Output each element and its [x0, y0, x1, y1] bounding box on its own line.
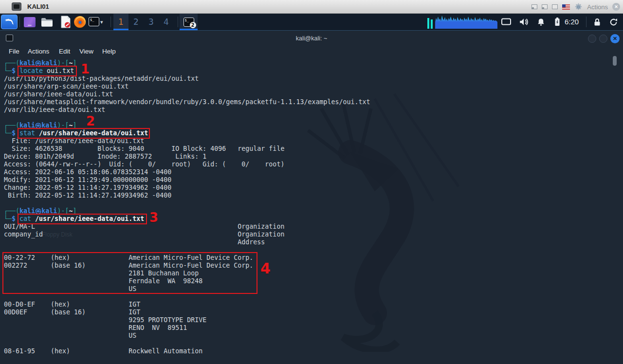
workspace-2[interactable]: 2 [128, 14, 144, 30]
terminal-line: Address [4, 238, 370, 246]
terminal-icon: $_ 2 [183, 18, 194, 27]
taskbar-separator [178, 17, 178, 27]
minimize-window-icon[interactable] [542, 4, 548, 9]
annotation-number-4: 4 [260, 260, 271, 277]
logout-refresh-icon[interactable] [609, 14, 618, 30]
terminal-line [4, 293, 370, 301]
terminal-line: 08-61-95 (hex) Rockwell Automation [4, 347, 370, 355]
restore-window-icon[interactable] [531, 4, 537, 9]
terminal-line: /usr/share/ieee-data/oui.txt [4, 91, 370, 98]
terminal-line: /usr/share/arp-scan/ieee-oui.txt [4, 83, 370, 91]
terminal-window-title: kali@kali: ~ [0, 35, 623, 42]
annotation-number-1: 1 [81, 62, 90, 76]
taskbar: $_ ▾ 1 2 3 4 $_ 2 [0, 14, 623, 30]
terminal-output[interactable]: ┌──(kali㉿kali)-[~]└─$ locate oui.txt/usr… [4, 59, 370, 355]
text-editor-icon[interactable] [60, 16, 71, 28]
terminal-line: 9295 PROTOTYPE DRIVE [4, 316, 370, 324]
workspace-3[interactable]: 3 [144, 14, 159, 30]
annotation-box-4 [2, 252, 257, 294]
clock[interactable]: 6:20 [565, 14, 584, 30]
menu-file[interactable]: File [9, 45, 19, 58]
taskbar-separator [19, 17, 20, 27]
audio-visualizer [426, 14, 499, 30]
terminal-line: /usr/share/metasploit-framework/vendor/b… [4, 98, 370, 106]
notifications-bell-icon[interactable] [537, 14, 545, 30]
scrollbar-thumb[interactable] [613, 56, 617, 66]
terminal-line: /var/lib/ieee-data/oui.txt [4, 106, 370, 114]
battery-icon[interactable] [553, 14, 561, 30]
chevron-down-icon[interactable]: ▾ [100, 19, 103, 25]
taskbar-separator [586, 17, 586, 27]
terminal-line [4, 200, 370, 207]
volume-icon[interactable] [519, 14, 529, 30]
minimize-button[interactable] [588, 35, 596, 43]
terminal-dropdown-icon[interactable]: $_ [89, 17, 99, 26]
terminal-line: Access: 2022-06-16 05:18:06.078352314 -0… [4, 168, 370, 176]
annotation-box-3 [18, 214, 147, 224]
close-icon[interactable]: ✕ [612, 3, 620, 11]
actions-menu[interactable]: Actions [587, 3, 608, 11]
annotation-number-2: 2 [86, 114, 95, 128]
terminal-window: kali@kali: ~ ✕ File Actions Edit View He… [0, 30, 623, 364]
vnc-window-title: KALI01 [27, 3, 49, 10]
terminal-line: Device: 801h/2049d Inode: 2887572 Links:… [4, 153, 370, 161]
file-manager-icon[interactable] [41, 17, 53, 27]
terminal-icon: $_ [89, 17, 99, 26]
terminal-line: 00-D0-EF (hex) IGT [4, 301, 370, 309]
maximize-window-icon[interactable] [552, 4, 558, 9]
terminal-line: Change: 2022-05-12 11:14:27.197934962 -0… [4, 184, 370, 192]
terminal-line: RENO NV 89511 [4, 324, 370, 332]
terminal-app-icon [12, 2, 21, 11]
terminal-line: company_id Organization [4, 231, 370, 238]
lock-screen-icon[interactable] [593, 14, 602, 30]
screen: KALI01 Actions ✕ [0, 0, 623, 364]
annotation-box-2 [18, 128, 150, 139]
menu-view[interactable]: View [79, 45, 93, 58]
gear-icon[interactable] [574, 3, 583, 11]
terminal-line: Size: 4626538 Blocks: 9040 IO Block: 409… [4, 145, 370, 153]
workspace-1[interactable]: 1 [113, 14, 128, 30]
terminal-line: Access: (0644/-rw-r--r--) Uid: ( 0/ root… [4, 161, 370, 168]
close-button[interactable]: ✕ [610, 34, 620, 43]
terminal-line [4, 340, 370, 347]
kali-dragon-icon [3, 16, 16, 28]
terminal-line: 00D0EF (base 16) IGT [4, 309, 370, 316]
vnc-titlebar-controls: Actions ✕ [531, 0, 620, 14]
firefox-icon[interactable] [73, 16, 86, 28]
terminal-line: Modify: 2021-06-12 11:29:49.000000000 -0… [4, 176, 370, 184]
annotation-number-3: 3 [149, 210, 158, 225]
us-flag-icon[interactable] [562, 4, 570, 10]
menu-actions[interactable]: Actions [28, 45, 49, 58]
taskbar-separator [110, 17, 111, 27]
window-count-badge: 2 [190, 22, 196, 28]
terminal-line: Birth: 2022-05-12 11:14:27.149934962 -04… [4, 192, 370, 200]
workspace-4[interactable]: 4 [159, 14, 174, 30]
menu-edit[interactable]: Edit [59, 45, 70, 58]
desktop-app-icon[interactable] [24, 17, 36, 27]
menu-help[interactable]: Help [102, 45, 116, 58]
terminal-line: US [4, 332, 370, 340]
display-settings-icon[interactable] [501, 14, 511, 30]
terminal-task-button[interactable]: $_ 2 [180, 14, 198, 30]
kali-menu-button[interactable] [1, 15, 18, 29]
terminal-line [4, 114, 370, 122]
annotation-box-1 [18, 66, 77, 76]
vnc-titlebar: KALI01 Actions ✕ [0, 0, 623, 14]
maximize-button[interactable] [599, 35, 607, 43]
